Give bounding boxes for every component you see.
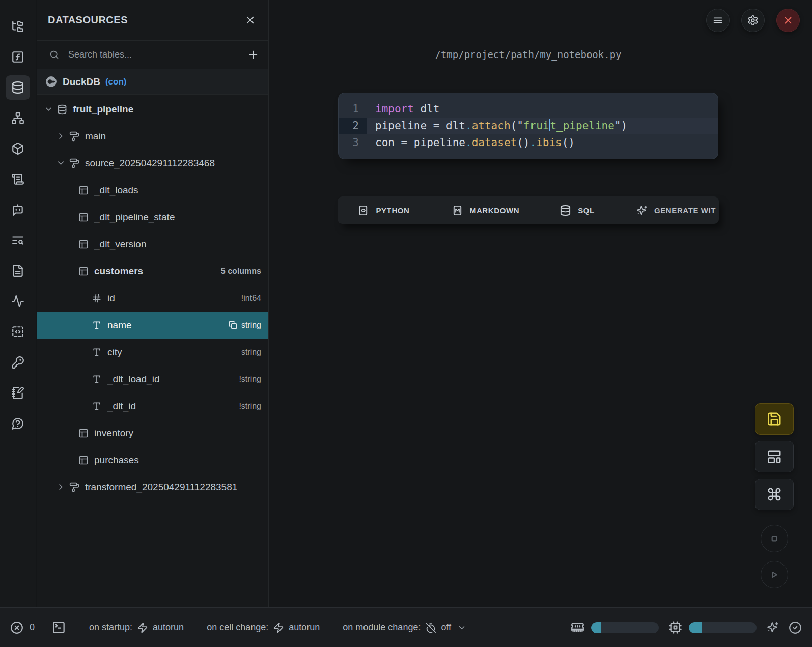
terminal-button[interactable] <box>52 621 66 634</box>
tree-row[interactable]: main <box>37 123 268 150</box>
run-button[interactable] <box>761 561 788 588</box>
bot-icon <box>11 203 24 216</box>
statusbar-on-module-change[interactable]: on module change:off <box>331 617 478 638</box>
rail-item-runtime[interactable] <box>6 289 30 314</box>
menu-button[interactable] <box>706 9 730 32</box>
tree-row[interactable]: citystring <box>37 339 268 365</box>
tree-row[interactable]: customers5 columns <box>37 258 268 285</box>
insert-markdown-button[interactable]: MARKDOWN <box>430 196 541 224</box>
close-icon <box>782 15 794 26</box>
rail-item-file-explorer[interactable] <box>6 14 30 39</box>
database-icon <box>559 205 571 216</box>
settings-button[interactable] <box>741 9 765 32</box>
tree-row[interactable]: inventory <box>37 419 268 446</box>
activity-rail <box>0 0 36 607</box>
stop-button[interactable] <box>761 525 788 552</box>
code-cell[interactable]: 1import dlt2pipeline = dlt.attach("fruit… <box>339 93 718 159</box>
ram-meter <box>571 621 659 634</box>
code-line[interactable]: 1import dlt <box>339 101 718 118</box>
tree-row-label: _dlt_load_id <box>107 374 159 385</box>
add-datasource-button[interactable] <box>238 41 268 69</box>
tree-row-label: customers <box>94 266 143 277</box>
table-icon <box>78 428 89 438</box>
cell-actions <box>755 403 794 588</box>
insert-sql-button[interactable]: SQL <box>541 196 613 224</box>
rail-item-packages[interactable] <box>6 136 30 161</box>
tree-row[interactable]: _dlt_pipeline_state <box>37 204 268 231</box>
tree-row[interactable]: _dlt_version <box>37 231 268 258</box>
command-icon <box>767 487 782 502</box>
cpu-icon <box>668 621 682 634</box>
layout-toggle-button[interactable] <box>755 441 794 472</box>
insert-button-label: MARKDOWN <box>470 206 519 215</box>
code-square-icon <box>357 205 369 216</box>
text-icon <box>92 401 102 411</box>
tree-row[interactable]: fruit_pipeline <box>37 96 268 123</box>
close-panel-button[interactable] <box>244 14 256 26</box>
insert-python-button[interactable]: PYTHON <box>338 196 430 224</box>
sparkles-icon <box>766 621 779 634</box>
text-icon <box>92 347 102 357</box>
rail-item-logs[interactable] <box>6 167 30 191</box>
zap-icon <box>137 622 148 633</box>
chevron-down-icon <box>457 623 466 632</box>
code-line[interactable]: 2pipeline = dlt.attach("fruit_pipeline") <box>339 118 718 134</box>
rail-item-snippets[interactable] <box>6 320 30 344</box>
rail-item-secrets[interactable] <box>6 350 30 375</box>
line-number: 2 <box>339 118 367 134</box>
rail-item-scratchpad[interactable] <box>6 381 30 405</box>
tree-row[interactable]: id!int64 <box>37 285 268 312</box>
tree-row-label: _dlt_version <box>94 239 146 250</box>
statusbar-on-cell-change[interactable]: on cell change:autorun <box>195 617 331 638</box>
engine-row-duckdb[interactable]: DuckDB (con) <box>37 69 268 95</box>
shutdown-button[interactable] <box>776 9 800 32</box>
save-icon <box>767 411 782 427</box>
copy-icon <box>229 321 237 329</box>
rail-item-ai-chat[interactable] <box>6 198 30 222</box>
sparkles-icon <box>636 205 648 216</box>
tree-row[interactable]: namestring <box>37 312 268 339</box>
chevron-down-icon <box>44 104 53 114</box>
menu-icon <box>712 15 723 26</box>
database-icon <box>11 81 24 94</box>
editor-area: /tmp/project/path/my_notebook.py 1import… <box>269 0 812 607</box>
save-button[interactable] <box>755 403 794 435</box>
rail-item-documentation[interactable] <box>6 259 30 283</box>
statusbar-on-startup[interactable]: on startup:autorun <box>78 617 195 638</box>
column-type-label: string <box>236 348 261 357</box>
rail-item-tracebacks[interactable] <box>6 228 30 252</box>
search-box[interactable] <box>37 41 238 69</box>
ram-icon <box>571 621 584 634</box>
insert-generate-with-ai-button[interactable]: GENERATE WIT <box>613 196 719 224</box>
tree-row-label: _dlt_pipeline_state <box>94 212 175 223</box>
code-line[interactable]: 3con = pipeline.dataset().ibis() <box>339 134 718 151</box>
database-icon <box>57 104 67 115</box>
rail-item-dependencies[interactable] <box>6 106 30 130</box>
statusbar-value: off <box>441 622 451 633</box>
ai-assistant-button[interactable] <box>766 621 779 634</box>
rail-item-datasources[interactable] <box>6 75 30 100</box>
error-count: 0 <box>30 622 35 633</box>
tree-row[interactable]: source_202504291112283468 <box>37 150 268 177</box>
rail-item-help[interactable] <box>6 411 30 436</box>
tree-row-label: name <box>107 320 132 331</box>
errors-indicator[interactable]: 0 <box>10 621 35 634</box>
search-icon <box>49 49 60 60</box>
command-palette-button[interactable] <box>755 479 794 510</box>
table-icon <box>78 266 89 276</box>
tree-row[interactable]: _dlt_id!string <box>37 392 268 419</box>
rail-item-functions[interactable] <box>6 45 30 69</box>
folder-tree-icon <box>11 20 24 33</box>
tree-row[interactable]: _dlt_loads <box>37 177 268 204</box>
plus-icon <box>247 49 259 61</box>
search-input[interactable] <box>67 49 238 61</box>
tree-row[interactable]: purchases <box>37 446 268 473</box>
tree-row[interactable]: transformed_202504291112283581 <box>37 473 268 500</box>
tree-row-label: inventory <box>94 428 133 439</box>
scroll-text-icon <box>11 173 24 186</box>
layout-icon <box>767 449 782 464</box>
tree-row-label: city <box>107 347 122 358</box>
tree-row[interactable]: _dlt_load_id!string <box>37 365 268 392</box>
cpu-meter-bar <box>689 622 757 633</box>
line-number: 1 <box>339 101 367 118</box>
